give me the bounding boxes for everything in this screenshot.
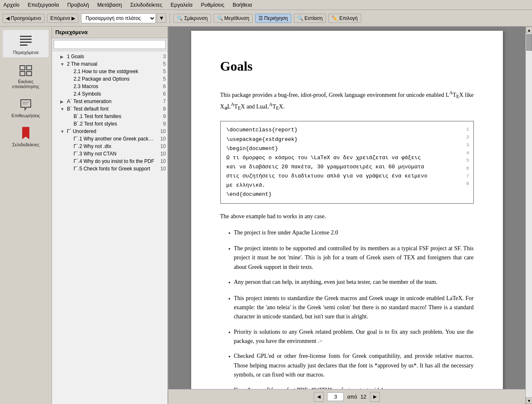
menu-voitheia[interactable]: Βοήθεια [231, 1, 254, 9]
toc-item[interactable]: Γ΄.5 Check fonts for Greek support10 [52, 165, 167, 172]
list-item: •Any person that can help, in anything, … [229, 278, 474, 288]
toc-item[interactable]: Β΄.2 Test font styles9 [52, 120, 167, 128]
toc-item[interactable]: 2.2 Package and Options5 [52, 75, 167, 83]
svg-rect-7 [27, 71, 32, 76]
toc-item-text: Β΄.2 Test font styles [74, 121, 156, 127]
current-page-input[interactable] [327, 392, 344, 401]
menu-selidodiktes[interactable]: Σελιδοδείκτες [128, 1, 164, 9]
sidebar-item-bookmarks[interactable]: Σελιδοδείκτες [3, 122, 49, 150]
zoom-out-label: Σμίκρυνση [184, 15, 207, 21]
code-line: και να διαβάσεις 20 πακέτα, 30 γραμματοσ… [227, 163, 468, 172]
toc-item-text: Γ΄ Unordered [67, 128, 156, 134]
scroll-down-button[interactable]: ▼ [526, 397, 532, 404]
menu-ergaleia[interactable]: Εργαλεία [169, 1, 195, 9]
next-page-button[interactable]: ▶ [370, 392, 380, 402]
menu-epexergasia[interactable]: Επεξεργασία [26, 1, 61, 9]
find-button[interactable]: 🔍 Εστίαση [294, 14, 326, 23]
zoom-in-button[interactable]: 🔍 Μεγέθυνση [214, 14, 253, 23]
toc-item[interactable]: Β΄.1 Test font families9 [52, 113, 167, 120]
toc-item[interactable]: ▶Α΄ Test enumeration7 [52, 98, 167, 105]
toc-item-page: 9 [158, 113, 166, 119]
toc-toggle-icon: ▶ [60, 54, 67, 59]
svg-rect-5 [27, 66, 32, 70]
toc-item[interactable]: Γ΄.2 Why not .dtx10 [52, 143, 167, 150]
bullet-dot: • [229, 278, 231, 288]
line-number: 5 [466, 157, 469, 165]
scroll-track[interactable] [526, 33, 532, 397]
prev-button[interactable]: ◀ Προηγούμενο [2, 14, 44, 23]
toc-item-text: Γ΄.2 Why not .dtx [74, 143, 156, 149]
prev-label: Προηγούμενο [11, 15, 41, 21]
toc-search-input[interactable] [54, 40, 166, 49]
line-number: 3 [466, 141, 469, 149]
toc-item[interactable]: ▼Β΄ Test default font8 [52, 105, 167, 113]
scroll-up-button[interactable]: ▲ [526, 27, 532, 33]
bullet-dot: • [229, 352, 231, 379]
zoom-out-button[interactable]: 🔍 Σμίκρυνση [173, 14, 211, 23]
scroll-thumb[interactable] [526, 34, 532, 51]
code-line-numbers: 12345678 [466, 126, 469, 188]
bullet-text: Fixes 'hyperref' for perfect PDFs *WITH*… [234, 386, 390, 389]
select-icon: ✏️ [332, 15, 338, 21]
toc-item-text: 1 Goals [67, 54, 156, 59]
toc-title: Περιεχόμενα [52, 27, 167, 38]
annotations-icon [17, 96, 34, 112]
toc-tree: ▶1 Goals3▼2 The manual52.1 How to use th… [52, 51, 167, 404]
toc-item[interactable]: 2.4 Symbols6 [52, 90, 167, 98]
bullet-dot: • [229, 328, 231, 346]
toc-item-page: 10 [158, 166, 166, 172]
toc-item-page: 10 [158, 151, 166, 157]
find-label: Εστίαση [305, 15, 323, 21]
menu-provoli[interactable]: Προβολή [66, 1, 91, 9]
sidebar-item-toc[interactable]: Περιεχόμενα [3, 30, 49, 57]
content-with-scroll: Goals This package provides a bug-free, … [168, 27, 532, 404]
toc-item[interactable]: ▶1 Goals3 [52, 53, 167, 60]
menu-rythmiseis[interactable]: Ρυθμίσεις [199, 1, 226, 9]
line-number: 8 [466, 180, 469, 188]
sidebar: Περιεχόμενα Εικόνες επισκόπησης [0, 27, 52, 404]
toc-item[interactable]: ▼2 The manual5 [52, 60, 167, 68]
fit-select[interactable]: Προσαρμογή στο πλάτος [81, 13, 156, 23]
toc-item-page: 6 [158, 91, 166, 97]
code-line: \begin{document} [227, 144, 468, 153]
select-label: Επιλογή [339, 15, 357, 21]
scroll-area[interactable]: Goals This package provides a bug-free, … [168, 27, 525, 389]
toolbar: ◀ Προηγούμενο Επόμενο ▶ Προσαρμογή στο π… [0, 10, 532, 27]
svg-rect-4 [20, 66, 25, 70]
thumbnails-label: Εικόνες επισκόπησης [5, 79, 47, 89]
next-icon: ▶ [71, 15, 75, 21]
next-button[interactable]: Επόμενο ▶ [47, 14, 79, 23]
toc-item[interactable]: Γ΄.3 Why not CTAN10 [52, 150, 167, 158]
toc-item-page: 10 [158, 143, 166, 149]
fit-dropdown-btn[interactable]: ▼ [157, 13, 166, 23]
browse-button[interactable]: ☰ Περιήγηση [255, 14, 291, 23]
sidebar-item-thumbnails[interactable]: Εικόνες επισκόπησης [3, 59, 49, 91]
menu-metavasi[interactable]: Μετάβαση [96, 1, 123, 9]
prev-icon: ◀ [6, 15, 10, 21]
vertical-scrollbar[interactable]: ▲ ▼ [525, 27, 532, 404]
sidebar-item-annotations[interactable]: Επιθεωρήσεις [3, 93, 49, 121]
toc-item-text: 2 The manual [67, 61, 156, 67]
svg-rect-0 [20, 36, 32, 37]
list-item: •This project intents to standardize the… [229, 294, 474, 322]
select-button[interactable]: ✏️ Επιλογή [328, 14, 361, 23]
toc-item-text: Γ΄.1 Why another one Greek package [74, 136, 156, 142]
next-label: Επόμενο [50, 15, 70, 21]
prev-page-button[interactable]: ◀ [314, 392, 324, 402]
toc-item[interactable]: Γ΄.1 Why another one Greek package10 [52, 135, 167, 143]
toc-item[interactable]: 2.1 How to use the xstdgreek5 [52, 68, 167, 75]
toc-item-page: 5 [158, 61, 166, 67]
toc-item[interactable]: Γ΄.4 Why do you insist to fix the PDF10 [52, 158, 167, 165]
toc-item[interactable]: 2.3 Macros6 [52, 83, 167, 90]
menu-arxeio[interactable]: Αρχείο [2, 1, 21, 9]
toc-item-text: Β΄.1 Test font families [74, 113, 156, 119]
toc-panel: Περιεχόμενα ▶1 Goals3▼2 The manual52.1 H… [52, 27, 168, 404]
browse-label: Περιήγηση [264, 15, 288, 21]
line-number: 4 [466, 149, 469, 157]
toc-item[interactable]: ▼Γ΄ Unordered10 [52, 128, 167, 135]
toc-item-page: 7 [158, 99, 166, 104]
toc-label: Περιεχόμενα [13, 50, 38, 55]
zoom-in-label: Μεγέθυνση [224, 15, 249, 21]
line-number: 2 [466, 133, 469, 141]
toc-item-page: 3 [158, 54, 166, 59]
